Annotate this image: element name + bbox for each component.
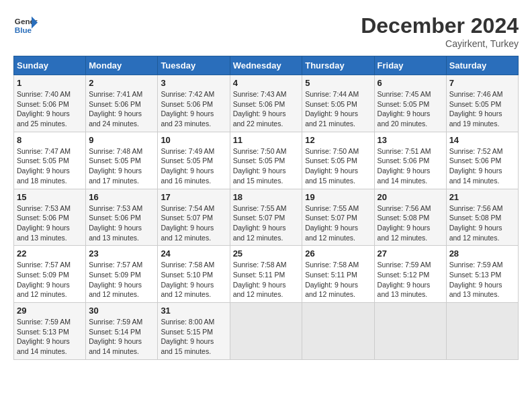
day-cell-29: 29 Sunrise: 7:59 AM Sunset: 5:13 PM Dayl… (14, 303, 86, 360)
calendar-row: 22 Sunrise: 7:57 AM Sunset: 5:09 PM Dayl… (14, 246, 519, 303)
day-number: 29 (17, 306, 83, 316)
day-info: Sunrise: 7:58 AM Sunset: 5:11 PM Dayligh… (305, 260, 371, 300)
day-cell-17: 17 Sunrise: 7:54 AM Sunset: 5:07 PM Dayl… (158, 189, 230, 246)
day-cell-10: 10 Sunrise: 7:49 AM Sunset: 5:05 PM Dayl… (158, 132, 230, 189)
svg-text:Blue: Blue (15, 26, 32, 34)
empty-cell (446, 303, 518, 360)
day-number: 12 (305, 135, 371, 145)
day-number: 26 (305, 248, 371, 259)
day-cell-15: 15 Sunrise: 7:53 AM Sunset: 5:06 PM Dayl… (14, 189, 86, 246)
empty-cell (374, 303, 446, 360)
day-number: 17 (161, 192, 226, 202)
day-cell-11: 11 Sunrise: 7:50 AM Sunset: 5:05 PM Dayl… (230, 132, 302, 189)
title-block: December 2024 Cayirkent, Turkey (361, 13, 519, 49)
calendar-row: 8 Sunrise: 7:47 AM Sunset: 5:05 PM Dayli… (14, 132, 519, 189)
day-number: 6 (378, 78, 443, 88)
day-info: Sunrise: 7:51 AM Sunset: 5:06 PM Dayligh… (378, 146, 443, 186)
day-info: Sunrise: 7:53 AM Sunset: 5:06 PM Dayligh… (89, 203, 154, 243)
day-info: Sunrise: 7:50 AM Sunset: 5:05 PM Dayligh… (233, 146, 300, 186)
day-info: Sunrise: 7:55 AM Sunset: 5:07 PM Dayligh… (233, 203, 300, 243)
day-info: Sunrise: 7:41 AM Sunset: 5:06 PM Dayligh… (89, 89, 154, 129)
day-info: Sunrise: 7:50 AM Sunset: 5:05 PM Dayligh… (305, 146, 371, 186)
day-info: Sunrise: 7:54 AM Sunset: 5:07 PM Dayligh… (161, 203, 226, 243)
col-sunday: Sunday (14, 56, 86, 75)
day-number: 23 (89, 248, 154, 259)
day-info: Sunrise: 7:47 AM Sunset: 5:05 PM Dayligh… (17, 146, 83, 186)
day-number: 16 (89, 192, 154, 202)
day-info: Sunrise: 7:56 AM Sunset: 5:08 PM Dayligh… (449, 203, 515, 243)
day-number: 5 (305, 78, 371, 88)
day-number: 13 (378, 135, 443, 145)
day-info: Sunrise: 7:59 AM Sunset: 5:13 PM Dayligh… (17, 317, 83, 357)
day-cell-5: 5 Sunrise: 7:44 AM Sunset: 5:05 PM Dayli… (302, 75, 374, 132)
day-number: 4 (233, 78, 300, 88)
day-info: Sunrise: 7:58 AM Sunset: 5:10 PM Dayligh… (161, 260, 226, 300)
day-cell-31: 31 Sunrise: 8:00 AM Sunset: 5:15 PM Dayl… (158, 303, 230, 360)
day-cell-30: 30 Sunrise: 7:59 AM Sunset: 5:14 PM Dayl… (86, 303, 158, 360)
day-cell-7: 7 Sunrise: 7:46 AM Sunset: 5:05 PM Dayli… (446, 75, 518, 132)
calendar-row: 15 Sunrise: 7:53 AM Sunset: 5:06 PM Dayl… (14, 189, 519, 246)
day-number: 14 (449, 135, 515, 145)
day-number: 31 (161, 306, 226, 316)
day-info: Sunrise: 7:58 AM Sunset: 5:11 PM Dayligh… (233, 260, 300, 300)
day-info: Sunrise: 7:56 AM Sunset: 5:08 PM Dayligh… (378, 203, 443, 243)
day-info: Sunrise: 7:59 AM Sunset: 5:12 PM Dayligh… (378, 260, 443, 300)
day-cell-4: 4 Sunrise: 7:43 AM Sunset: 5:06 PM Dayli… (230, 75, 302, 132)
header-row: Sunday Monday Tuesday Wednesday Thursday… (14, 56, 519, 75)
day-cell-20: 20 Sunrise: 7:56 AM Sunset: 5:08 PM Dayl… (374, 189, 446, 246)
day-info: Sunrise: 7:53 AM Sunset: 5:06 PM Dayligh… (17, 203, 83, 243)
day-cell-18: 18 Sunrise: 7:55 AM Sunset: 5:07 PM Dayl… (230, 189, 302, 246)
day-cell-26: 26 Sunrise: 7:58 AM Sunset: 5:11 PM Dayl… (302, 246, 374, 303)
col-friday: Friday (374, 56, 446, 75)
day-number: 2 (89, 78, 154, 88)
day-number: 20 (378, 192, 443, 202)
col-tuesday: Tuesday (158, 56, 230, 75)
logo-icon: General Blue (13, 13, 38, 38)
day-info: Sunrise: 7:59 AM Sunset: 5:14 PM Dayligh… (89, 317, 154, 357)
day-number: 7 (449, 78, 515, 88)
empty-cell (230, 303, 302, 360)
calendar-row: 1 Sunrise: 7:40 AM Sunset: 5:06 PM Dayli… (14, 75, 519, 132)
day-info: Sunrise: 7:52 AM Sunset: 5:06 PM Dayligh… (449, 146, 515, 186)
day-cell-1: 1 Sunrise: 7:40 AM Sunset: 5:06 PM Dayli… (14, 75, 86, 132)
calendar-row: 29 Sunrise: 7:59 AM Sunset: 5:13 PM Dayl… (14, 303, 519, 360)
day-cell-9: 9 Sunrise: 7:48 AM Sunset: 5:05 PM Dayli… (86, 132, 158, 189)
day-number: 15 (17, 192, 83, 202)
location-subtitle: Cayirkent, Turkey (361, 38, 519, 49)
day-cell-27: 27 Sunrise: 7:59 AM Sunset: 5:12 PM Dayl… (374, 246, 446, 303)
day-cell-13: 13 Sunrise: 7:51 AM Sunset: 5:06 PM Dayl… (374, 132, 446, 189)
day-number: 1 (17, 78, 83, 88)
logo: General Blue (13, 13, 38, 38)
day-number: 9 (89, 135, 154, 145)
day-cell-19: 19 Sunrise: 7:55 AM Sunset: 5:07 PM Dayl… (302, 189, 374, 246)
day-info: Sunrise: 7:43 AM Sunset: 5:06 PM Dayligh… (233, 89, 300, 129)
day-info: Sunrise: 7:59 AM Sunset: 5:13 PM Dayligh… (449, 260, 515, 300)
day-info: Sunrise: 7:46 AM Sunset: 5:05 PM Dayligh… (449, 89, 515, 129)
day-number: 11 (233, 135, 300, 145)
day-cell-6: 6 Sunrise: 7:45 AM Sunset: 5:05 PM Dayli… (374, 75, 446, 132)
day-number: 22 (17, 248, 83, 259)
day-number: 8 (17, 135, 83, 145)
empty-cell (302, 303, 374, 360)
day-info: Sunrise: 7:49 AM Sunset: 5:05 PM Dayligh… (161, 146, 226, 186)
month-title: December 2024 (361, 13, 519, 38)
day-cell-3: 3 Sunrise: 7:42 AM Sunset: 5:06 PM Dayli… (158, 75, 230, 132)
col-wednesday: Wednesday (230, 56, 302, 75)
col-thursday: Thursday (302, 56, 374, 75)
day-cell-22: 22 Sunrise: 7:57 AM Sunset: 5:09 PM Dayl… (14, 246, 86, 303)
day-cell-24: 24 Sunrise: 7:58 AM Sunset: 5:10 PM Dayl… (158, 246, 230, 303)
day-info: Sunrise: 8:00 AM Sunset: 5:15 PM Dayligh… (161, 317, 226, 357)
day-number: 21 (449, 192, 515, 202)
day-info: Sunrise: 7:57 AM Sunset: 5:09 PM Dayligh… (17, 260, 83, 300)
day-number: 27 (378, 248, 443, 259)
day-cell-14: 14 Sunrise: 7:52 AM Sunset: 5:06 PM Dayl… (446, 132, 518, 189)
col-saturday: Saturday (446, 56, 518, 75)
day-info: Sunrise: 7:45 AM Sunset: 5:05 PM Dayligh… (378, 89, 443, 129)
day-number: 19 (305, 192, 371, 202)
day-cell-12: 12 Sunrise: 7:50 AM Sunset: 5:05 PM Dayl… (302, 132, 374, 189)
day-info: Sunrise: 7:55 AM Sunset: 5:07 PM Dayligh… (305, 203, 371, 243)
day-number: 28 (449, 248, 515, 259)
calendar-table: Sunday Monday Tuesday Wednesday Thursday… (13, 56, 519, 360)
day-cell-21: 21 Sunrise: 7:56 AM Sunset: 5:08 PM Dayl… (446, 189, 518, 246)
page-header: General Blue December 2024 Cayirkent, Tu… (13, 13, 519, 49)
